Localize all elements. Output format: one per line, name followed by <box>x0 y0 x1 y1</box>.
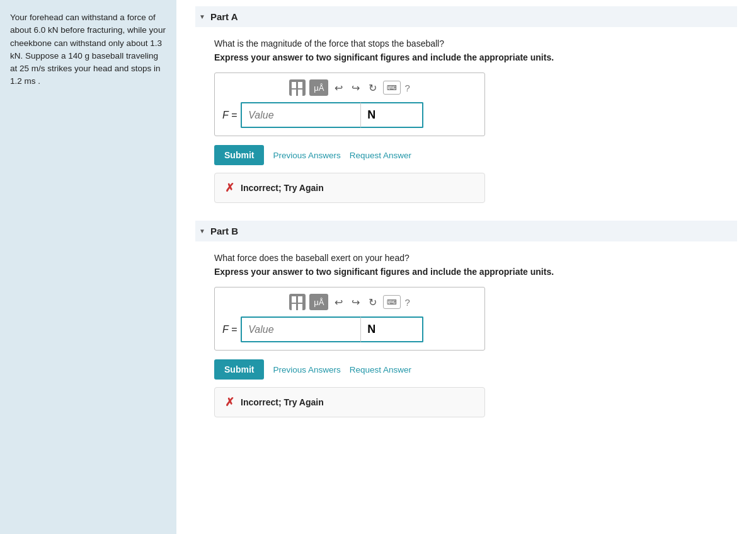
part-a-refresh-btn[interactable]: ↻ <box>366 81 379 95</box>
part-a-collapse-icon: ▼ <box>199 13 205 20</box>
context-text: Your forehead can withstand a force of a… <box>10 11 166 88</box>
part-a-input-label: F = <box>222 102 237 128</box>
part-b-mu-btn[interactable]: μÅ <box>309 294 328 310</box>
part-b-toolbar: μÅ ↩ ↪ ↻ ⌨ ? <box>222 294 477 310</box>
part-a-question: What is the magnitude of the force that … <box>214 38 737 49</box>
part-b-x-icon: ✗ <box>225 395 234 409</box>
part-b-previous-answers-link[interactable]: Previous Answers <box>273 365 340 374</box>
part-b-title: Part B <box>210 226 238 236</box>
context-panel: Your forehead can withstand a force of a… <box>0 0 176 534</box>
part-b-instruction: Express your answer to two significant f… <box>214 267 737 277</box>
part-b-incorrect-text: Incorrect; Try Again <box>241 397 324 407</box>
part-b-collapse-icon: ▼ <box>199 228 205 235</box>
part-a-unit-input[interactable] <box>360 102 423 128</box>
part-a-previous-answers-link[interactable]: Previous Answers <box>273 151 340 160</box>
part-a-x-icon: ✗ <box>225 181 234 195</box>
part-a-content: What is the magnitude of the force that … <box>195 27 737 209</box>
part-a-answer-box: μÅ ↩ ↪ ↻ ⌨ ? F = <box>214 73 485 136</box>
part-a-redo-btn[interactable]: ↪ <box>349 81 362 95</box>
part-a-input-row: F = <box>222 102 477 128</box>
part-b-mu-label: μÅ <box>314 298 324 307</box>
part-b-keyboard-btn[interactable]: ⌨ <box>383 295 401 309</box>
part-b-section: ▼ Part B What force does the baseball ex… <box>195 221 737 424</box>
part-a-mu-label: μÅ <box>314 83 324 93</box>
part-b-action-row: Submit Previous Answers Request Answer <box>214 359 737 380</box>
part-b-answer-box: μÅ ↩ ↪ ↻ ⌨ ? F = <box>214 287 485 351</box>
part-a-keyboard-btn[interactable]: ⌨ <box>383 81 401 95</box>
main-content: ▼ Part A What is the magnitude of the fo… <box>176 0 756 534</box>
part-b-redo-btn[interactable]: ↪ <box>349 295 362 310</box>
part-a-title: Part A <box>210 11 238 22</box>
part-a-template-btn[interactable] <box>289 79 306 96</box>
part-b-header[interactable]: ▼ Part B <box>195 221 737 241</box>
part-a-keyboard-icon: ⌨ <box>387 84 397 92</box>
part-a-instruction: Express your answer to two significant f… <box>214 52 737 62</box>
part-a-incorrect-text: Incorrect; Try Again <box>241 183 324 193</box>
part-a-undo-btn[interactable]: ↩ <box>332 81 345 95</box>
part-b-refresh-btn[interactable]: ↻ <box>366 295 379 310</box>
part-a-request-answer-link[interactable]: Request Answer <box>350 151 411 160</box>
part-a-header[interactable]: ▼ Part A <box>195 6 737 27</box>
part-a-action-row: Submit Previous Answers Request Answer <box>214 145 737 165</box>
part-b-keyboard-icon: ⌨ <box>387 298 397 306</box>
part-b-value-input[interactable] <box>241 316 360 342</box>
part-b-incorrect-box: ✗ Incorrect; Try Again <box>214 387 485 417</box>
part-a-section: ▼ Part A What is the magnitude of the fo… <box>195 6 737 209</box>
part-b-request-answer-link[interactable]: Request Answer <box>350 365 411 374</box>
part-a-submit-button[interactable]: Submit <box>214 145 264 165</box>
part-b-question: What force does the baseball exert on yo… <box>214 253 737 263</box>
part-b-unit-input[interactable] <box>360 316 423 342</box>
part-a-toolbar: μÅ ↩ ↪ ↻ ⌨ ? <box>222 79 477 96</box>
part-b-undo-btn[interactable]: ↩ <box>332 295 345 310</box>
part-b-template-btn[interactable] <box>289 294 306 310</box>
part-b-help-btn[interactable]: ? <box>404 297 410 308</box>
part-a-value-input[interactable] <box>241 102 360 128</box>
part-a-mu-btn[interactable]: μÅ <box>309 79 328 96</box>
part-b-input-label: F = <box>222 316 237 342</box>
part-a-incorrect-box: ✗ Incorrect; Try Again <box>214 173 485 203</box>
part-a-help-btn[interactable]: ? <box>404 83 410 93</box>
part-b-content: What force does the baseball exert on yo… <box>195 241 737 424</box>
part-b-input-row: F = <box>222 316 477 342</box>
part-b-submit-button[interactable]: Submit <box>214 359 264 380</box>
